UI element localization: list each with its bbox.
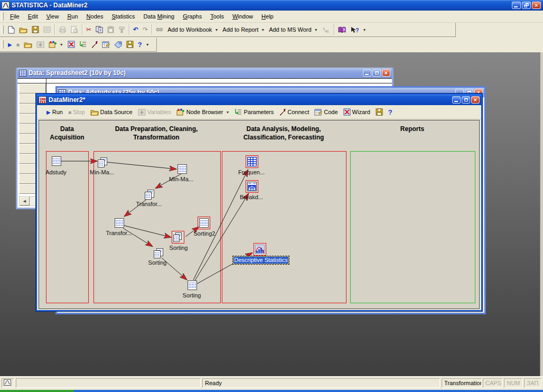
dataminer-titlebar[interactable]: DM DataMiner2* × <box>37 95 481 105</box>
find-button[interactable] <box>154 25 165 34</box>
spreadsheet-row-header[interactable] <box>19 83 46 94</box>
dm-variables-button[interactable]: Variables <box>136 108 173 117</box>
help-icon-button[interactable]: ? <box>136 40 144 50</box>
menu-help[interactable]: Help <box>257 12 278 21</box>
statistica-app-icon <box>2 2 10 9</box>
restore-button[interactable] <box>522 2 531 9</box>
copy-button[interactable] <box>94 25 105 34</box>
connect-icon-button[interactable] <box>89 40 99 49</box>
menu-nodes[interactable]: Nodes <box>82 12 108 21</box>
macro-record-button[interactable]: AB <box>321 25 332 34</box>
node-minmax-2-label: Min-Ma... <box>157 176 205 183</box>
node-sorting-c[interactable] <box>188 281 197 290</box>
node-descriptive-statistics[interactable] <box>254 243 266 256</box>
open-button[interactable] <box>17 25 29 34</box>
node-breakdown-label: Breakd... <box>228 194 275 201</box>
menu-data-mining[interactable]: Data Mining <box>139 12 179 21</box>
dm-maximize-button[interactable] <box>462 96 470 104</box>
new-button[interactable] <box>6 25 16 35</box>
dm-minimize-button[interactable] <box>452 96 461 104</box>
status-num-cell: NUM <box>504 378 523 388</box>
dm-connect-button[interactable]: Connect <box>277 107 311 117</box>
dataminer-canvas[interactable]: DataAcquisition Data Preparation, Cleani… <box>39 120 480 309</box>
connection-lines <box>39 120 479 309</box>
node-minmax-1[interactable] <box>98 157 108 168</box>
node-frequency[interactable] <box>246 155 258 168</box>
menu-tools[interactable]: Tools <box>206 12 228 21</box>
spreadsheet-titlebar[interactable]: Data: Spreadsheet2 (10v by 10c) × <box>17 68 392 78</box>
print-button[interactable] <box>57 25 68 34</box>
add-to-report-button[interactable]: Add to Report▼ <box>221 25 266 34</box>
minimize-button[interactable] <box>512 2 521 9</box>
add-to-workbook-button[interactable]: Add to Workbook▼ <box>166 25 220 34</box>
ss-close-button[interactable]: × <box>382 69 390 77</box>
variables-icon-button[interactable] <box>35 40 46 49</box>
toolbar2-grip[interactable] <box>1 40 4 49</box>
node-transformation-2[interactable] <box>115 218 124 228</box>
dm-stop-button[interactable]: ■Stop <box>67 108 87 116</box>
run-icon-button[interactable]: ▶ <box>6 41 14 49</box>
node-minmax-2[interactable] <box>177 164 187 174</box>
redo-button[interactable]: ↷ <box>141 25 149 34</box>
menu-run[interactable]: Run <box>63 12 82 21</box>
data-source-icon-button[interactable] <box>22 40 34 49</box>
dm-code-button[interactable]: Code <box>313 107 339 117</box>
menu-edit[interactable]: Edit <box>24 12 42 21</box>
stop-icon-button[interactable]: ■ <box>15 41 21 49</box>
node-adstudy[interactable] <box>52 156 61 166</box>
dm-parameters-button[interactable]: Parameters <box>233 107 275 117</box>
node-browser-icon-button[interactable]: ▼ <box>47 40 65 49</box>
toolbar1-grip[interactable] <box>1 25 4 34</box>
save2-icon-button[interactable] <box>125 40 135 49</box>
wizard-icon-button[interactable] <box>66 40 77 49</box>
status-app-icon-cell[interactable] <box>2 378 14 388</box>
menu-file[interactable]: File <box>6 12 24 21</box>
ss-minimize-button[interactable] <box>363 69 371 77</box>
node-transformation-1[interactable] <box>145 190 155 200</box>
dm-help-button[interactable]: ? <box>387 107 394 117</box>
dm-close-button[interactable]: × <box>471 96 480 104</box>
paste-button[interactable] <box>106 25 116 34</box>
dm-run-button[interactable]: ▶Run <box>45 108 64 116</box>
code-icon-button[interactable] <box>100 40 111 49</box>
taskbar-sliver[interactable] <box>0 390 543 392</box>
ss-maximize-button[interactable] <box>372 69 381 77</box>
dm-node-browser-button[interactable]: Node Browser▼ <box>175 107 231 117</box>
toolbar2-options-chevron[interactable]: ▼ <box>146 43 149 46</box>
app-title: STATISTICA - DataMiner2 <box>12 2 88 9</box>
menu-view[interactable]: View <box>42 12 63 21</box>
format-painter-button[interactable] <box>117 25 127 34</box>
add-to-ms-word-button[interactable]: Add to MS Word▼ <box>267 25 319 34</box>
tag-icon-button[interactable] <box>113 40 124 49</box>
menu-statistics[interactable]: Statistics <box>107 12 139 21</box>
node-descriptive-statistics-label[interactable]: Descriptive Statistics <box>233 256 289 264</box>
svg-text:DM: DM <box>40 97 45 101</box>
print-preview-button[interactable] <box>69 25 80 34</box>
status-rec-cell: ЗАП <box>524 378 541 388</box>
menubar-grip[interactable] <box>1 12 4 21</box>
close-button[interactable]: × <box>532 2 541 9</box>
save-button[interactable] <box>30 25 41 34</box>
undo-button[interactable]: ↶ <box>132 25 140 34</box>
context-help-button[interactable]: ? <box>349 25 360 34</box>
status-caps-cell: CAPS <box>483 378 503 388</box>
app-titlebar: STATISTICA - DataMiner2 × <box>0 0 543 11</box>
pdf-export-button[interactable] <box>42 25 52 34</box>
dm-save-button[interactable] <box>374 107 385 117</box>
node-sorting-b[interactable] <box>154 248 164 259</box>
menu-window[interactable]: Window <box>228 12 257 21</box>
menu-bar: FileEditViewRunNodesStatisticsData Minin… <box>0 11 543 23</box>
cut-button[interactable]: ✂ <box>85 25 93 34</box>
svg-text:?: ? <box>355 27 359 33</box>
scroll-left-icon[interactable]: ◀ <box>20 197 30 206</box>
dm-data-source-button[interactable]: Data Source <box>89 108 134 117</box>
menu-graphs[interactable]: Graphs <box>179 12 206 21</box>
node-breakdown[interactable] <box>246 180 258 193</box>
node-sorting2-label: Sorting2 <box>181 230 228 237</box>
dm-wizard-button[interactable]: Wizard <box>342 107 372 117</box>
dataminer-window[interactable]: DM DataMiner2* × ▶Run ■Stop Data Source … <box>36 94 482 311</box>
parameters-icon-button[interactable] <box>78 40 88 49</box>
toolbar1-options-chevron[interactable]: ▼ <box>363 28 367 32</box>
node-sorting2[interactable] <box>198 217 210 229</box>
glossary-book-button[interactable]: ? <box>336 25 348 34</box>
